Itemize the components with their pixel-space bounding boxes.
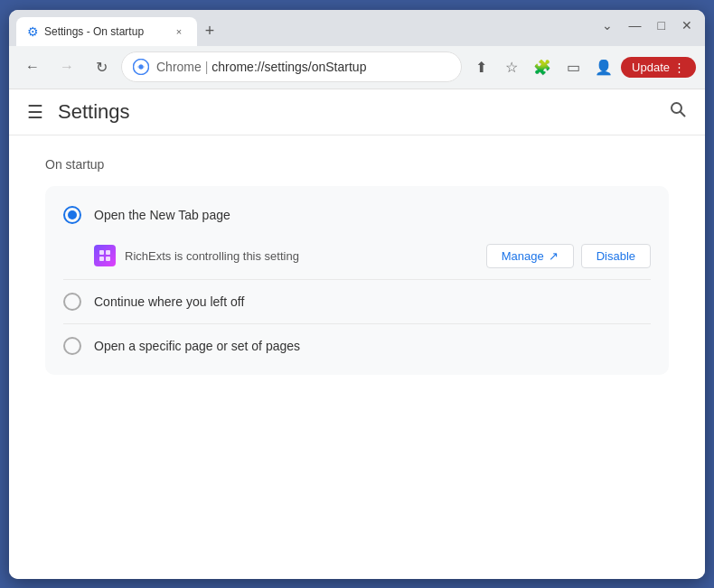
option-new-tab[interactable]: Open the New Tab page: [45, 193, 669, 237]
close-button[interactable]: ✕: [676, 16, 698, 34]
radio-specific-page[interactable]: [63, 337, 81, 355]
svg-rect-5: [106, 250, 110, 255]
bookmark-button[interactable]: ☆: [498, 53, 525, 80]
extension-icon: [94, 245, 116, 266]
chrome-logo-icon: [133, 59, 149, 75]
new-tab-button[interactable]: +: [197, 19, 222, 44]
radio-new-tab-inner: [68, 210, 77, 219]
reload-button[interactable]: ↻: [87, 52, 116, 81]
sidebar-button[interactable]: ▭: [559, 53, 587, 80]
richexts-icon: [98, 248, 112, 263]
back-button[interactable]: ←: [18, 52, 47, 81]
search-button[interactable]: [669, 100, 687, 123]
update-label: Update: [632, 61, 670, 74]
search-icon: [669, 100, 687, 118]
collapse-icon[interactable]: ⌄: [597, 16, 618, 34]
back-icon: ←: [25, 59, 40, 75]
toolbar-icons: ⬆ ☆ 🧩 ▭ 👤 Update ⋮: [467, 53, 696, 80]
radio-continue[interactable]: [63, 293, 81, 311]
option-new-tab-label: Open the New Tab page: [94, 208, 651, 222]
extension-row: RichExts is controlling this setting Man…: [45, 237, 669, 279]
profile-button[interactable]: 👤: [590, 53, 617, 80]
forward-icon: →: [60, 59, 74, 75]
svg-line-3: [681, 112, 685, 117]
minimize-button[interactable]: —: [624, 16, 647, 34]
profile-icon: 👤: [595, 59, 613, 76]
extension-controlling-label: RichExts is controlling this setting: [125, 249, 477, 263]
radio-new-tab[interactable]: [63, 206, 81, 224]
url-path: chrome://settings/onStartup: [211, 60, 366, 74]
tab-favicon: ⚙: [27, 24, 39, 39]
share-icon: ⬆: [475, 59, 487, 76]
settings-header-left: ☰ Settings: [27, 100, 130, 124]
page-title: Settings: [58, 100, 130, 124]
more-icon: ⋮: [673, 61, 685, 74]
extensions-icon: 🧩: [533, 59, 551, 76]
menu-icon[interactable]: ☰: [27, 101, 43, 123]
svg-rect-4: [99, 250, 104, 255]
maximize-button[interactable]: □: [653, 16, 671, 34]
window-controls: ⌄ — □ ✕: [597, 10, 698, 46]
disable-button[interactable]: Disable: [581, 244, 651, 268]
option-specific-page[interactable]: Open a specific page or set of pages: [45, 324, 669, 368]
option-continue[interactable]: Continue where you left off: [45, 280, 669, 323]
address-bar[interactable]: Chrome | chrome://settings/onStartup: [121, 51, 462, 82]
navigation-bar: ← → ↻ Chrome | chrome://settings/onStart…: [9, 46, 705, 89]
active-tab[interactable]: ⚙ Settings - On startup ×: [16, 17, 197, 46]
url-text: Chrome | chrome://settings/onStartup: [156, 60, 450, 74]
external-link-icon: ↗: [549, 249, 559, 263]
section-label: On startup: [45, 157, 669, 172]
reload-icon: ↻: [96, 59, 108, 76]
title-bar: ⚙ Settings - On startup × + ⌄ — □ ✕: [9, 10, 705, 46]
forward-button[interactable]: →: [52, 52, 81, 81]
svg-rect-7: [106, 257, 110, 261]
settings-main: PC risk.com On startup Open the New Tab …: [9, 135, 705, 397]
extension-buttons: Manage ↗ Disable: [486, 244, 651, 268]
tab-close-button[interactable]: ×: [172, 24, 186, 39]
page-content: ☰ Settings PC risk.com On startup: [9, 89, 705, 579]
tab-bar: ⚙ Settings - On startup × +: [16, 10, 597, 46]
sidebar-icon: ▭: [567, 59, 580, 76]
bookmark-icon: ☆: [505, 59, 518, 76]
manage-label: Manage: [502, 249, 544, 263]
update-button[interactable]: Update ⋮: [621, 57, 696, 78]
svg-rect-6: [99, 257, 104, 261]
tab-title: Settings - On startup: [44, 25, 166, 38]
settings-card: Open the New Tab page RichExts is contro…: [45, 186, 669, 375]
option-specific-page-label: Open a specific page or set of pages: [94, 339, 651, 353]
option-continue-label: Continue where you left off: [94, 294, 651, 309]
svg-point-1: [139, 65, 144, 70]
manage-button[interactable]: Manage ↗: [486, 244, 574, 268]
settings-header: ☰ Settings: [9, 89, 705, 135]
extensions-button[interactable]: 🧩: [529, 53, 556, 80]
url-chrome-label: Chrome: [156, 60, 202, 74]
share-button[interactable]: ⬆: [467, 53, 494, 80]
browser-window: ⚙ Settings - On startup × + ⌄ — □ ✕ ← → …: [9, 10, 705, 579]
disable-label: Disable: [597, 249, 635, 263]
